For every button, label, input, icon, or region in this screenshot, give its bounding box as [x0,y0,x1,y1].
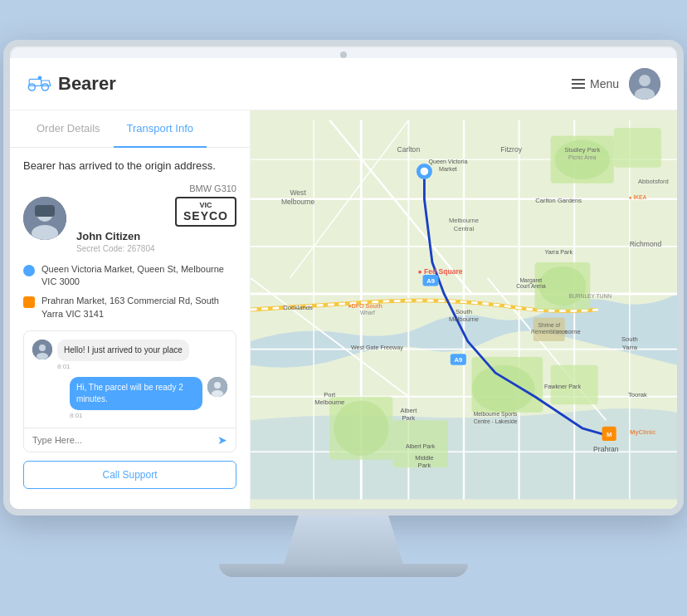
secret-code: Secret Code: 267804 [76,244,236,253]
logo-text: Bearer [58,73,116,95]
svg-text:Picnic Area: Picnic Area [568,154,597,160]
svg-text:South: South [621,335,638,343]
svg-text:A9: A9 [454,355,462,363]
received-bubble-wrapper: Hello! I just arrived to your place 8:01 [57,340,189,370]
svg-point-15 [214,382,221,389]
svg-text:Court Arena: Court Arena [516,283,546,289]
tab-transport-info[interactable]: Transport Info [114,110,207,148]
chat-message-received: Hello! I just arrived to your place 8:01 [32,340,227,370]
svg-text:Carlton: Carlton [397,144,421,153]
vehicle-plate-area: BMW G310 VIC SEYCO [76,183,236,227]
svg-text:Melbourne: Melbourne [449,315,479,323]
svg-text:Prahran: Prahran [593,445,619,453]
svg-text:M: M [607,431,611,438]
svg-text:Carlton Gardens: Carlton Gardens [535,197,582,204]
user-avatar[interactable] [629,68,660,100]
logo-area: Bearer [27,73,116,95]
main-content: Order Details Transport Info Bearer has … [10,110,677,509]
svg-text:Centre - Lakeside: Centre - Lakeside [474,418,518,424]
logo-icon [27,75,53,93]
svg-rect-2 [29,79,41,86]
svg-point-45 [472,364,535,412]
vehicle-model: BMW G310 [76,183,236,193]
svg-text:Port: Port [324,390,336,398]
svg-point-12 [39,345,46,351]
monitor-screen: Bearer Menu [3,40,684,516]
chat-area: Hello! I just arrived to your place 8:01 [23,330,236,452]
panel-body: Bearer has arrived to the origin address… [10,148,250,509]
svg-text:Abbotsford: Abbotsford [638,177,669,184]
svg-text:● IKEA: ● IKEA [629,193,647,199]
chat-message-sent: Hi, The parcel will be ready 2 minutes. … [32,377,227,419]
driver-info: BMW G310 VIC SEYCO John Citizen Secret C… [23,183,236,253]
map-svg: M Studley Park Picnic Area Abbotsford Ri… [251,110,677,509]
svg-text:Fawkner Park: Fawkner Park [544,384,581,390]
svg-point-13 [37,353,48,359]
svg-point-5 [639,75,650,86]
chat-send-button[interactable]: ➤ [217,433,227,447]
sent-bubble: Hi, The parcel will be ready 2 minutes. [70,377,202,410]
monitor-stand [269,516,418,565]
svg-text:Wharf: Wharf [360,309,375,315]
monitor-base [219,564,468,577]
svg-text:Docklands: Docklands [283,304,313,311]
monitor-camera [340,51,347,58]
svg-point-16 [212,390,223,397]
svg-text:West: West [290,188,306,196]
svg-text:South: South [456,307,472,315]
svg-text:Park: Park [402,414,416,422]
svg-text:Melbourne: Melbourne [281,198,315,206]
svg-point-3 [38,76,42,80]
status-message: Bearer has arrived to the origin address… [23,159,236,172]
origin-location: Queen Victoria Market, Queen St, Melbour… [23,263,236,289]
plate-state: VIC [183,201,228,209]
tabs-container: Order Details Transport Info [10,110,250,148]
svg-text:Toorak: Toorak [628,390,647,398]
svg-text:Yarra: Yarra [622,343,638,350]
svg-point-46 [334,400,389,456]
chat-input[interactable] [32,435,217,445]
svg-text:Melbourne: Melbourne [314,398,344,406]
map-area: M Studley Park Picnic Area Abbotsford Ri… [251,110,677,509]
svg-text:● Fed Square: ● Fed Square [417,267,462,276]
svg-text:West Gate Freeway: West Gate Freeway [351,344,403,350]
tab-order-details[interactable]: Order Details [23,110,114,148]
received-bubble: Hello! I just arrived to your place [57,340,189,361]
svg-text:Fitzroy: Fitzroy [500,144,522,153]
driver-details: BMW G310 VIC SEYCO John Citizen Secret C… [76,183,236,253]
call-support-button[interactable]: Call Support [23,461,236,489]
svg-rect-37 [614,128,661,168]
driver-name: John Citizen [76,230,236,242]
received-time: 8:01 [57,363,189,370]
svg-point-44 [538,266,586,306]
sent-bubble-wrapper: Hi, The parcel will be ready 2 minutes. … [70,377,202,419]
svg-text:Melbourne Sports: Melbourne Sports [474,411,518,418]
svg-text:Melbourne: Melbourne [449,217,479,224]
menu-button[interactable]: Menu [572,77,619,90]
origin-address: Queen Victoria Market, Queen St, Melbour… [41,263,236,289]
svg-text:BURNLEY TUNN: BURNLEY TUNN [569,292,612,298]
destination-dot [23,296,35,308]
chat-sender-avatar [32,340,52,359]
nav-right: Menu [572,68,660,100]
sent-time: 8:01 [70,412,202,419]
left-panel: Order Details Transport Info Bearer has … [10,110,251,509]
chat-input-area: ➤ [24,428,236,452]
secret-code-value: 267804 [127,244,154,253]
dest-address: Prahran Market, 163 Commercial Rd, South… [41,295,236,320]
chat-messages: Hello! I just arrived to your place 8:01 [24,331,236,428]
app-header: Bearer Menu [10,58,677,110]
svg-text:Shrine of: Shrine of [538,321,560,327]
dest-location: Prahran Market, 163 Commercial Rd, South… [23,295,236,320]
svg-text:Middle: Middle [415,453,433,461]
svg-text:Market: Market [439,166,457,173]
driver-avatar [23,197,66,240]
monitor-wrapper: Bearer Menu [0,40,687,577]
app-container: Bearer Menu [10,58,677,509]
plate-number: SEYCO [183,209,228,222]
svg-point-48 [421,167,429,175]
svg-text:Remembrance: Remembrance [531,329,568,335]
plate-badge: VIC SEYCO [175,197,236,227]
svg-text:Central: Central [454,224,475,232]
secret-code-label: Secret Code: [76,244,124,253]
